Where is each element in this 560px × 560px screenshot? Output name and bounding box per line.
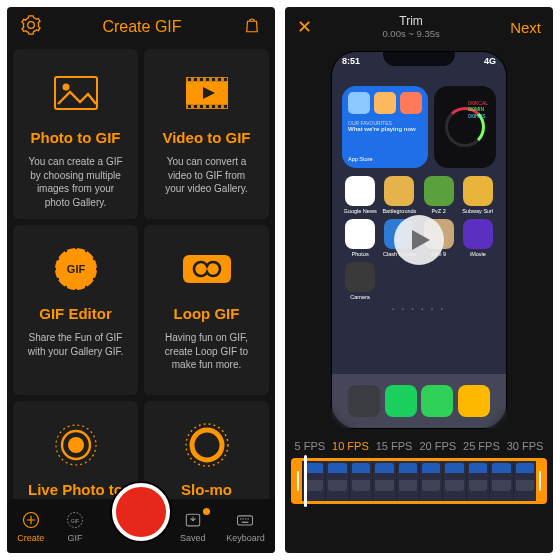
svg-rect-17 bbox=[218, 105, 221, 108]
fps-option[interactable]: 10 FPS bbox=[332, 440, 369, 452]
svg-rect-10 bbox=[218, 78, 221, 81]
bag-icon[interactable] bbox=[243, 15, 261, 39]
svg-point-21 bbox=[84, 250, 86, 252]
play-button[interactable] bbox=[394, 215, 444, 265]
fps-option[interactable]: 5 FPS bbox=[294, 440, 325, 452]
frame-thumb[interactable] bbox=[372, 461, 395, 501]
time-range: 0.00s ~ 9.35s bbox=[382, 29, 439, 40]
card-desc: Having fun on GIF, create Loop GIF to ma… bbox=[154, 331, 259, 372]
svg-rect-11 bbox=[224, 78, 227, 81]
card-gif-editor[interactable]: GIF GIF Editor Share the Fun of GIF with… bbox=[13, 225, 138, 395]
svg-rect-12 bbox=[188, 105, 191, 108]
svg-point-28 bbox=[56, 278, 58, 280]
close-icon[interactable]: ✕ bbox=[297, 16, 312, 38]
frame-thumb[interactable] bbox=[325, 461, 348, 501]
page-dots: • • • • • • bbox=[332, 306, 506, 312]
trim-handle-left[interactable] bbox=[294, 461, 302, 501]
gif-badge-icon: GIF bbox=[53, 245, 99, 293]
svg-rect-45 bbox=[243, 518, 244, 519]
svg-point-37 bbox=[192, 430, 222, 460]
card-desc: Share the Fun of GIF with your Gallery G… bbox=[23, 331, 128, 358]
frame-thumb[interactable] bbox=[349, 461, 372, 501]
feature-grid: Photo to GIF You can create a GIF by cho… bbox=[7, 45, 275, 553]
video-preview[interactable]: 8:51 4G OUR FAVOURITES What we're playin… bbox=[332, 52, 506, 428]
card-photo-to-gif[interactable]: Photo to GIF You can create a GIF by cho… bbox=[13, 49, 138, 219]
frame-thumb[interactable] bbox=[466, 461, 489, 501]
nav-label: Create bbox=[17, 533, 44, 543]
card-video-to-gif[interactable]: Video to GIF You can convert a video to … bbox=[144, 49, 269, 219]
card-loop-gif[interactable]: Loop GIF Having fun on GIF, create Loop … bbox=[144, 225, 269, 395]
badge-dot bbox=[203, 508, 210, 515]
nav-gif[interactable]: GIF GIF bbox=[65, 510, 85, 543]
card-title: Slo-mo bbox=[181, 481, 232, 498]
svg-rect-13 bbox=[194, 105, 197, 108]
trim-screen: ✕ Trim 0.00s ~ 9.35s Next 8:51 4G OUR FA… bbox=[285, 7, 553, 553]
status-time: 8:51 bbox=[342, 56, 360, 66]
trim-handle-right[interactable] bbox=[536, 461, 544, 501]
nav-saved[interactable]: Saved bbox=[180, 510, 206, 543]
fps-selector: 5 FPS10 FPS15 FPS20 FPS25 FPS30 FPS bbox=[285, 434, 553, 456]
loop-icon bbox=[182, 245, 232, 293]
svg-point-26 bbox=[74, 289, 76, 291]
nav-label: GIF bbox=[67, 533, 82, 543]
trim-strip[interactable] bbox=[291, 458, 547, 504]
widget-line: What we're playing now bbox=[348, 126, 422, 133]
frame-thumb[interactable] bbox=[419, 461, 442, 501]
svg-rect-15 bbox=[206, 105, 209, 108]
svg-rect-46 bbox=[245, 518, 246, 519]
header: ✕ Trim 0.00s ~ 9.35s Next bbox=[285, 7, 553, 44]
app-icon: iMovie bbox=[463, 219, 493, 257]
svg-rect-14 bbox=[200, 105, 203, 108]
app-icon: Battlegrounds bbox=[384, 176, 414, 214]
svg-rect-18 bbox=[224, 105, 227, 108]
card-desc: You can create a GIF by choosing multipl… bbox=[23, 155, 128, 209]
frame-thumb[interactable] bbox=[489, 461, 512, 501]
svg-rect-5 bbox=[188, 78, 191, 81]
nav-label: Keyboard bbox=[226, 533, 265, 543]
dock-app bbox=[421, 385, 453, 417]
widget-appstore: OUR FAVOURITES What we're playing now Ap… bbox=[342, 86, 428, 168]
create-gif-screen: Create GIF Photo to GIF You can create a… bbox=[7, 7, 275, 553]
svg-rect-7 bbox=[200, 78, 203, 81]
notch bbox=[383, 52, 455, 66]
app-icon: PvZ 2 bbox=[424, 176, 454, 214]
frame-thumb[interactable] bbox=[396, 461, 419, 501]
svg-text:GIF: GIF bbox=[71, 517, 79, 523]
card-title: Photo to GIF bbox=[31, 129, 121, 146]
widget-fitness: 0/0KCAL 0/0MIN 0/0HRS Fitness bbox=[434, 86, 496, 168]
svg-point-31 bbox=[64, 250, 66, 252]
card-title: Video to GIF bbox=[162, 129, 250, 146]
svg-point-27 bbox=[64, 286, 66, 288]
page-title: Trim bbox=[382, 15, 439, 29]
frame-thumb[interactable] bbox=[513, 461, 536, 501]
svg-point-1 bbox=[62, 84, 69, 91]
dock-app bbox=[348, 385, 380, 417]
svg-rect-48 bbox=[242, 521, 249, 522]
record-button[interactable] bbox=[112, 483, 170, 541]
svg-point-29 bbox=[53, 268, 55, 270]
fps-option[interactable]: 15 FPS bbox=[376, 440, 413, 452]
image-icon bbox=[54, 69, 98, 117]
frames[interactable] bbox=[302, 461, 536, 501]
next-button[interactable]: Next bbox=[510, 19, 541, 36]
svg-point-22 bbox=[92, 258, 94, 260]
widget-tag: OUR FAVOURITES bbox=[348, 120, 422, 126]
svg-rect-16 bbox=[212, 105, 215, 108]
app-icon: Photos bbox=[345, 219, 375, 257]
nav-create[interactable]: Create bbox=[17, 510, 44, 543]
fps-option[interactable]: 30 FPS bbox=[507, 440, 544, 452]
app-icon: Subway Surf bbox=[463, 176, 493, 214]
header-title-block: Trim 0.00s ~ 9.35s bbox=[382, 15, 439, 40]
nav-keyboard[interactable]: Keyboard bbox=[226, 510, 265, 543]
playhead[interactable] bbox=[304, 455, 307, 507]
video-icon bbox=[185, 69, 229, 117]
frame-thumb[interactable] bbox=[442, 461, 465, 501]
live-photo-icon bbox=[53, 421, 99, 469]
fps-option[interactable]: 25 FPS bbox=[463, 440, 500, 452]
svg-rect-0 bbox=[55, 77, 97, 109]
fps-option[interactable]: 20 FPS bbox=[419, 440, 456, 452]
svg-point-24 bbox=[92, 278, 94, 280]
gear-icon[interactable] bbox=[21, 15, 41, 39]
card-desc: You can convert a video to GIF from your… bbox=[154, 155, 259, 196]
svg-point-20 bbox=[74, 247, 76, 249]
